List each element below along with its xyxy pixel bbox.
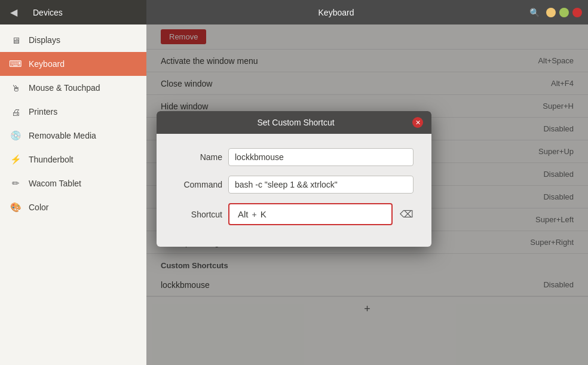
- sidebar-label-thunderbolt: Thunderbolt: [29, 155, 74, 164]
- window-controls: 🔍: [526, 4, 588, 21]
- content-area: Remove Activate the window menu Alt+Spac…: [146, 24, 588, 365]
- shortcut-field-row: Shortcut Alt + K ⌫: [174, 203, 414, 225]
- titlebar-sidebar-section: Devices: [27, 0, 146, 24]
- sidebar-label-displays: Displays: [29, 35, 60, 45]
- sidebar-item-thunderbolt[interactable]: ⚡ Thunderbolt: [0, 148, 146, 171]
- keyboard-icon: ⌨: [10, 58, 22, 70]
- displays-icon: 🖥: [10, 34, 22, 46]
- search-button[interactable]: 🔍: [526, 4, 543, 21]
- search-icon: 🔍: [529, 8, 540, 17]
- name-label: Name: [174, 152, 222, 162]
- titlebar-center: Keyboard: [146, 8, 526, 17]
- sidebar-item-color[interactable]: 🎨 Color: [0, 195, 146, 219]
- maximize-button[interactable]: [559, 8, 569, 17]
- set-custom-shortcut-dialog: Set Custom Shortcut ✕ Name Command: [157, 111, 431, 247]
- shortcut-key-value: K: [261, 209, 267, 219]
- close-button[interactable]: [572, 8, 582, 17]
- sidebar-item-wacom[interactable]: ✏ Wacom Tablet: [0, 171, 146, 195]
- dialog-close-icon: ✕: [415, 119, 421, 127]
- shortcut-box[interactable]: Alt + K: [228, 203, 393, 225]
- name-field-row: Name: [174, 148, 414, 166]
- sidebar: 🖥 Displays ⌨ Keyboard 🖱 Mouse & Touchpad…: [0, 24, 146, 365]
- sidebar-label-mouse: Mouse & Touchpad: [29, 83, 100, 93]
- command-field-row: Command: [174, 176, 414, 194]
- dialog-titlebar: Set Custom Shortcut ✕: [157, 111, 431, 134]
- sidebar-item-keyboard[interactable]: ⌨ Keyboard: [0, 52, 146, 76]
- dialog-body: Name Command Shortcut Alt + K: [157, 134, 431, 247]
- titlebar: ◀ Devices Keyboard 🔍: [0, 0, 588, 24]
- wacom-icon: ✏: [10, 177, 22, 189]
- back-button[interactable]: ◀: [0, 0, 27, 24]
- dialog-overlay: Set Custom Shortcut ✕ Name Command: [146, 24, 588, 365]
- delete-icon: ⌫: [400, 208, 414, 220]
- sidebar-label-printers: Printers: [29, 107, 57, 116]
- sidebar-item-displays[interactable]: 🖥 Displays: [0, 28, 146, 52]
- main-layout: 🖥 Displays ⌨ Keyboard 🖱 Mouse & Touchpad…: [0, 24, 588, 365]
- sidebar-label-color: Color: [29, 203, 48, 212]
- main-title: Keyboard: [318, 8, 354, 17]
- removable-icon: 💿: [10, 130, 22, 142]
- color-icon: 🎨: [10, 201, 22, 213]
- sidebar-item-printers[interactable]: 🖨 Printers: [0, 100, 146, 124]
- minimize-button[interactable]: [546, 8, 556, 17]
- sidebar-item-mouse[interactable]: 🖱 Mouse & Touchpad: [0, 76, 146, 100]
- name-input[interactable]: [228, 148, 414, 166]
- shortcut-label: Shortcut: [174, 210, 222, 219]
- sidebar-label-keyboard: Keyboard: [29, 59, 65, 69]
- command-input[interactable]: [228, 176, 414, 194]
- thunderbolt-icon: ⚡: [10, 154, 22, 165]
- sidebar-label-removable: Removable Media: [29, 131, 96, 140]
- shortcut-delete-button[interactable]: ⌫: [400, 208, 414, 220]
- dialog-close-button[interactable]: ✕: [412, 117, 423, 128]
- sidebar-item-removable[interactable]: 💿 Removable Media: [0, 124, 146, 148]
- command-label: Command: [174, 180, 222, 189]
- shortcut-modifier: Alt: [238, 209, 249, 219]
- sidebar-title: Devices: [33, 8, 63, 17]
- sidebar-label-wacom: Wacom Tablet: [29, 179, 81, 188]
- shortcut-plus-sign: +: [252, 210, 257, 219]
- mouse-icon: 🖱: [10, 82, 22, 94]
- dialog-title: Set Custom Shortcut: [179, 118, 412, 127]
- back-icon: ◀: [10, 7, 17, 18]
- printers-icon: 🖨: [10, 106, 22, 118]
